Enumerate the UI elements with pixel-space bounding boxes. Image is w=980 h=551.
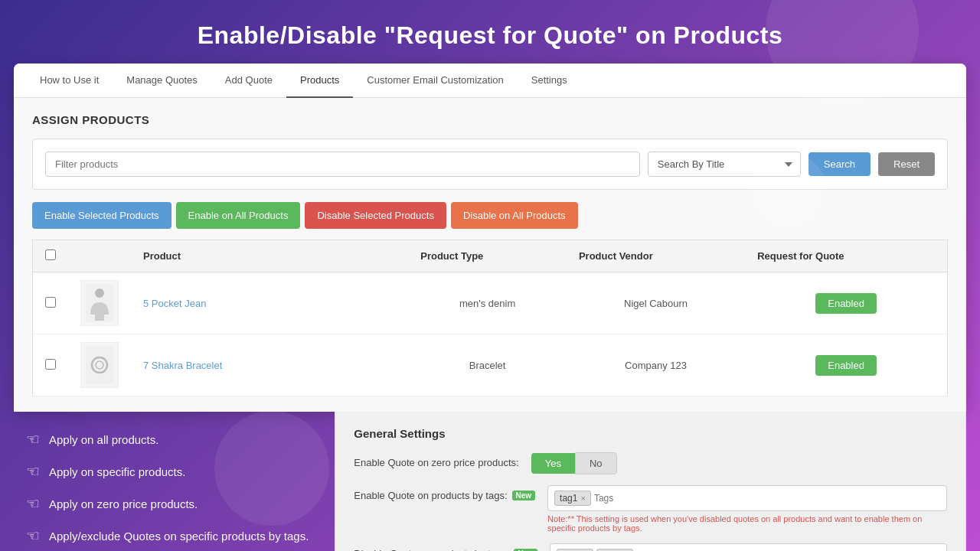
tab-how-to-use[interactable]: How to Use it [26,64,113,98]
svg-rect-2 [95,307,104,321]
tab-manage-quotes[interactable]: Manage Quotes [113,64,211,98]
table-row: 5 Pocket Jean men's denim Nigel Cabourn … [33,272,948,334]
tab-settings[interactable]: Settings [518,64,581,98]
filter-bar: Search By Title Search By Type Search By… [32,139,948,190]
disable-tags-input[interactable]: tag3 × tag2 × [550,543,947,551]
col-header-product: Product [131,240,408,272]
col-header-type: Product Type [408,240,567,272]
feature-item: ☜ Apply on zero price products. [26,494,322,513]
enable-all-button[interactable]: Enable on All Products [176,202,301,229]
reset-button[interactable]: Reset [878,152,935,176]
main-card: How to Use it Manage Quotes Add Quote Pr… [14,64,966,412]
features-list: ☜ Apply on all products. ☜ Apply on spec… [14,412,335,551]
row-rfq-cell: Enabled [745,272,947,334]
new-badge: New [512,491,536,500]
select-all-checkbox[interactable] [45,249,56,260]
row-vendor-cell: Nigel Cabourn [567,272,745,334]
gs-controls-enable-tags: tag1 × Note:** This setting is used when… [547,485,947,533]
product-link-1[interactable]: 5 Pocket Jean [143,298,206,309]
arrow-icon-3: ☜ [26,494,40,513]
arrow-icon-1: ☜ [26,430,40,448]
gs-row-zero-price: Enable Quote on zero price products: Yes… [354,452,947,474]
svg-rect-3 [86,346,113,384]
product-image [80,280,119,326]
gs-row-enable-tags: Enable Quote on products by tags: New ta… [354,485,947,533]
gs-label-zero-price: Enable Quote on zero price products: [354,452,518,468]
col-header-vendor: Product Vendor [567,240,745,272]
no-button[interactable]: No [575,452,617,474]
product-image [80,342,119,388]
col-header-checkbox [33,240,69,272]
svg-point-1 [95,289,104,298]
row-checkbox-cell [33,272,69,334]
enable-tags-input[interactable]: tag1 × [547,485,947,511]
row-checkbox-cell [33,334,69,396]
gs-controls-zero-price: YesNo [531,452,947,474]
feature-text-1: Apply on all products. [49,433,158,446]
row-image-cell [68,272,131,334]
gs-label-enable-tags: Enable Quote on products by tags: New [354,485,535,501]
feature-text-3: Apply on zero price products. [49,497,198,510]
arrow-icon-4: ☜ [26,527,40,545]
col-header-rfq: Request for Quote [745,240,947,272]
rfq-status-badge: Enabled [815,355,877,376]
gs-controls-disable-tags: tag3 × tag2 × Note:** This setting is us… [550,543,947,551]
disable-all-button[interactable]: Disable on All Products [451,202,578,229]
col-header-image [68,240,131,272]
gs-label-disable-tags: Disable Quote on products by tags: New [354,543,537,551]
enable-tags-text-input[interactable] [594,493,940,504]
feature-item: ☜ Apply on specific products. [26,462,322,481]
tab-add-quote[interactable]: Add Quote [211,64,286,98]
rfq-status-badge: Enabled [815,293,877,314]
disable-selected-button[interactable]: Disable Selected Products [305,202,446,229]
enable-selected-button[interactable]: Enable Selected Products [32,202,172,229]
row-vendor-cell: Company 123 [567,334,745,396]
tab-bar: How to Use it Manage Quotes Add Quote Pr… [14,64,966,98]
feature-item: ☜ Apply on all products. [26,430,322,448]
feature-text-2: Apply on specific products. [49,465,185,478]
tag1-remove[interactable]: × [580,494,585,503]
action-buttons: Enable Selected Products Enable on All P… [32,202,948,229]
product-link-2[interactable]: 7 Shakra Bracelet [143,360,222,371]
tab-customer-email[interactable]: Customer Email Customization [353,64,517,98]
row-image-cell [68,334,131,396]
enable-tags-note: Note:** This setting is used when you've… [547,514,947,533]
page-title: Enable/Disable "Request for Quote" on Pr… [0,0,980,64]
content-area: ASSIGN PRODUCTS Search By Title Search B… [14,98,966,412]
search-type-select[interactable]: Search By Title Search By Type Search By… [648,152,801,177]
feature-item: ☜ Apply/exclude Quotes on specific produ… [26,527,322,545]
section-title: ASSIGN PRODUCTS [32,113,948,126]
row-type-cell: Bracelet [408,334,567,396]
search-button[interactable]: Search [808,152,871,176]
products-table: Product Product Type Product Vendor Requ… [32,240,948,396]
row-type-cell: men's denim [408,272,567,334]
yes-button[interactable]: Yes [531,453,575,474]
arrow-icon-2: ☜ [26,462,40,481]
tab-products[interactable]: Products [286,64,353,98]
tag-chip-tag1: tag1 × [554,491,591,506]
table-row: 7 Shakra Bracelet Bracelet Company 123 E… [33,334,948,396]
row-product-name-cell: 5 Pocket Jean [131,272,408,334]
gs-row-disable-tags: Disable Quote on products by tags: New t… [354,543,947,551]
row-rfq-cell: Enabled [745,334,947,396]
row-2-checkbox[interactable] [45,359,56,370]
row-product-name-cell: 7 Shakra Bracelet [131,334,408,396]
general-settings-panel: General Settings Enable Quote on zero pr… [335,412,966,551]
feature-text-4: Apply/exclude Quotes on specific product… [49,530,309,543]
search-input[interactable] [45,152,640,177]
bottom-section: ☜ Apply on all products. ☜ Apply on spec… [14,412,966,551]
row-1-checkbox[interactable] [45,297,56,308]
general-settings-title: General Settings [354,427,947,440]
